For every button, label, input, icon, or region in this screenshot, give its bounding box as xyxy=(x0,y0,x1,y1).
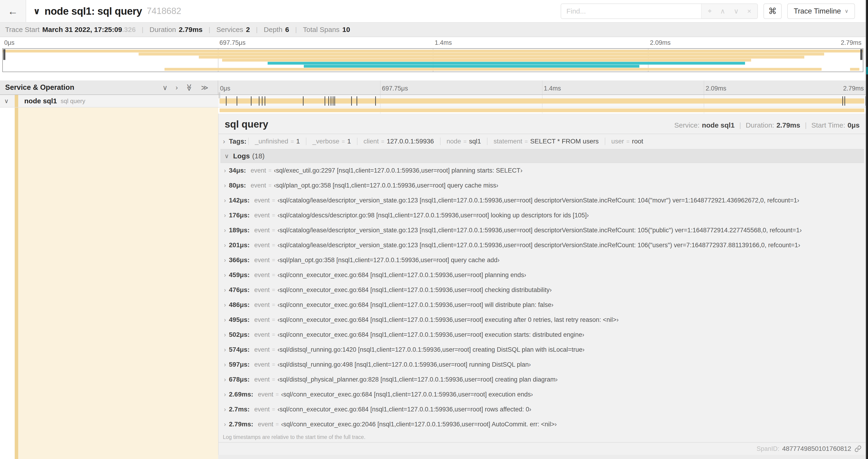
log-timestamp: 34μs: xyxy=(229,167,246,174)
divider: | xyxy=(739,121,741,129)
log-field-key: event xyxy=(254,227,270,234)
log-row[interactable]: › 678μs: event = ‹sql/distsql_physical_p… xyxy=(221,372,866,387)
tag-key: _unfinished xyxy=(255,138,288,145)
trace-meta-item: Duration2.79ms xyxy=(150,26,203,34)
prev-match-icon[interactable]: ∧ xyxy=(720,7,725,15)
log-field-key: event xyxy=(254,361,270,368)
trace-meta-item: Total Spans10 xyxy=(303,26,350,34)
find-input[interactable] xyxy=(561,4,701,19)
collapse-all-icon[interactable]: ≫ xyxy=(185,84,193,91)
start-time-value: 0μs xyxy=(847,121,860,129)
service-operation-header: Service & Operation ∨ › ≫ ≫ ∥ xyxy=(0,80,218,94)
log-row[interactable]: › 176μs: event = ‹sql/catalog/descs/desc… xyxy=(221,208,866,223)
chevron-right-icon: › xyxy=(221,376,229,383)
keyboard-shortcuts-button[interactable]: ⌘ xyxy=(764,3,782,19)
back-button[interactable]: ← xyxy=(0,0,26,22)
trace-id: 7418682 xyxy=(147,6,181,16)
log-row[interactable]: › 80μs: event = ‹sql/plan_opt.go:358 [ns… xyxy=(221,178,866,193)
log-row[interactable]: › 2.79ms: event = ‹sql/conn_executor_exe… xyxy=(221,417,866,432)
tag-item: node = sql1 xyxy=(440,138,487,145)
column-resize-handle[interactable]: ∥ xyxy=(218,91,221,99)
accent-row-left xyxy=(0,107,218,113)
log-field-value: ‹sql/plan_opt.go:358 [nsql1,client=127.0… xyxy=(274,182,498,189)
minimap-scrubber-left-handle[interactable] xyxy=(3,49,5,60)
ruler-tick-label: 1.4ms xyxy=(544,85,561,92)
log-row[interactable]: › 2.69ms: event = ‹sql/conn_executor_exe… xyxy=(221,387,866,402)
span-detail-info: Service: node sql1 | Duration: 2.79ms | … xyxy=(674,121,860,129)
equals-sign: = xyxy=(272,317,275,323)
chevron-right-icon: › xyxy=(221,227,229,234)
log-row[interactable]: › 476μs: event = ‹sql/conn_executor_exec… xyxy=(221,283,866,297)
tag-key: node xyxy=(446,138,461,145)
span-operation-name: sql query xyxy=(61,97,85,105)
chevron-right-icon: › xyxy=(221,257,229,264)
tags-toggle[interactable]: Tags: xyxy=(229,138,246,145)
log-row[interactable]: › 201μs: event = ‹sql/catalog/lease/desc… xyxy=(221,238,866,253)
span-service-name: node sql1 xyxy=(24,97,57,105)
log-row[interactable]: › 366μs: event = ‹sql/plan_opt.go:358 [n… xyxy=(221,253,866,267)
chevron-right-icon[interactable]: › xyxy=(223,137,225,145)
equals-sign: = xyxy=(272,362,275,368)
equals-sign: = xyxy=(272,212,275,219)
tag-value: 1 xyxy=(296,138,300,145)
log-row[interactable]: › 597μs: event = ‹sql/distsql_running.go… xyxy=(221,357,866,372)
tags-row: › Tags: _unfinished = 1 _verbose xyxy=(219,134,866,147)
divider: | xyxy=(142,26,144,33)
log-field-value: ‹sql/catalog/lease/descriptor_version_st… xyxy=(277,197,799,204)
log-field-key: event xyxy=(254,301,270,308)
log-field-key: event xyxy=(254,271,270,279)
spacer xyxy=(219,440,866,442)
span-row-graph-cell[interactable] xyxy=(218,95,866,107)
log-row[interactable]: › 34μs: event = ‹sql/exec_util.go:2297 [… xyxy=(221,163,866,178)
log-row[interactable]: › 495μs: event = ‹sql/conn_executor_exec… xyxy=(221,312,866,327)
chevron-right-icon: › xyxy=(221,182,229,189)
log-field-value: ‹sql/distsql_running.go:1420 [nsql1,clie… xyxy=(277,346,585,353)
log-field-key: event xyxy=(254,286,270,294)
span-row-name-cell[interactable]: ∨ node sql1 sql query xyxy=(0,95,218,107)
minimap-canvas[interactable] xyxy=(2,48,863,72)
log-row[interactable]: › 486μs: event = ‹sql/conn_executor_exec… xyxy=(221,297,866,312)
log-row[interactable]: › 2.7ms: event = ‹sql/conn_executor_exec… xyxy=(221,402,866,417)
screen-edge-scrollbar[interactable] xyxy=(866,0,868,459)
log-row[interactable]: › 502μs: event = ‹sql/conn_executor_exec… xyxy=(221,327,866,342)
span-id-value: 4877749850101760812 xyxy=(782,445,851,453)
log-row[interactable]: › 459μs: event = ‹sql/conn_executor_exec… xyxy=(221,267,866,283)
copy-link-icon[interactable] xyxy=(855,445,862,452)
span-duration-bar[interactable] xyxy=(220,98,864,104)
equals-sign: = xyxy=(272,257,275,263)
log-field-key: event xyxy=(251,167,266,174)
log-row[interactable]: › 142μs: event = ‹sql/catalog/lease/desc… xyxy=(221,193,866,208)
expand-all-icon[interactable]: ≫ xyxy=(201,84,208,92)
equals-sign: = xyxy=(290,138,294,145)
span-detail-panel: sql query Service: node sql1 | Duration:… xyxy=(218,113,866,455)
next-match-icon[interactable]: ∨ xyxy=(734,7,739,15)
span-collapse-chevron-icon[interactable]: ∨ xyxy=(4,97,9,105)
logs-section-toggle[interactable]: ∨ Logs (18) xyxy=(220,149,864,163)
edge-teal-segment xyxy=(866,67,868,74)
minimap-scrubber-right-handle[interactable] xyxy=(860,49,862,60)
log-timestamp: 476μs: xyxy=(229,286,250,294)
trace-meta-item: Trace StartMarch 31 2022, 17:25:09.326 xyxy=(5,26,136,34)
log-field-value: ‹sql/plan_opt.go:358 [nsql1,client=127.0… xyxy=(277,257,500,264)
log-timestamp: 2.7ms: xyxy=(229,405,250,413)
collapse-one-icon[interactable]: ∨ xyxy=(162,84,167,92)
chevron-right-icon: › xyxy=(221,197,229,204)
equals-sign: = xyxy=(525,138,528,145)
expand-one-icon[interactable]: › xyxy=(176,84,178,92)
trace-collapse-chevron-icon[interactable]: ∨ xyxy=(33,6,40,16)
detail-left-column xyxy=(0,113,218,459)
focus-match-icon[interactable]: ⌖ xyxy=(708,7,712,15)
log-field-value: ‹sql/catalog/lease/descriptor_version_st… xyxy=(277,227,802,234)
log-row[interactable]: › 189μs: event = ‹sql/catalog/lease/desc… xyxy=(221,223,866,238)
detail-left-panel-tint xyxy=(18,107,218,113)
timeline-grid-header: Service & Operation ∨ › ≫ ≫ ∥ 0μs 697.75… xyxy=(0,80,866,95)
find-group: ⌖ ∧ ∨ × xyxy=(561,3,757,19)
span-detail-region: sql query Service: node sql1 | Duration:… xyxy=(0,113,866,459)
clear-search-icon[interactable]: × xyxy=(747,7,751,15)
log-field-value: ‹sql/conn_executor_exec.go:684 [nsql1,cl… xyxy=(277,331,584,338)
log-row[interactable]: › 574μs: event = ‹sql/distsql_running.go… xyxy=(221,342,866,357)
log-field-value: ‹sql/conn_executor_exec.go:684 [nsql1,cl… xyxy=(277,316,619,324)
view-selector-button[interactable]: Trace Timeline ∨ xyxy=(787,3,855,19)
log-timestamp: 366μs: xyxy=(229,256,250,264)
ruler-gridlines xyxy=(218,80,866,94)
